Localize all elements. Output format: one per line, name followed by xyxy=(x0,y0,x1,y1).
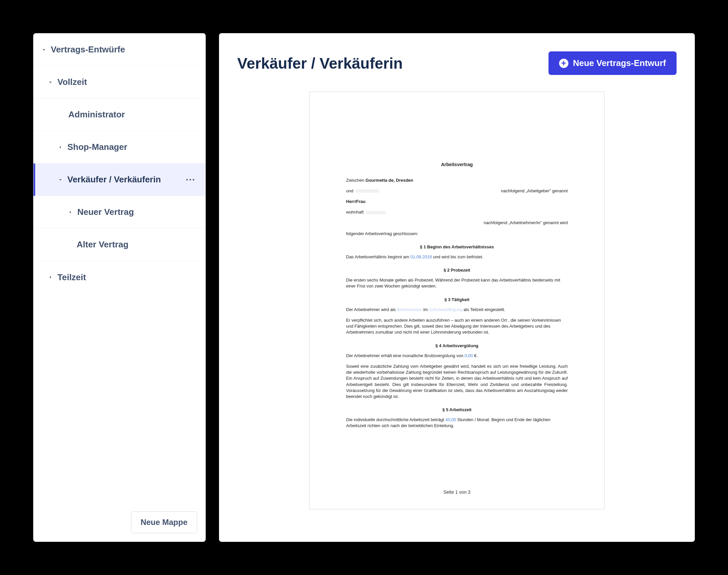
doc-section-1-heading: § 1 Beginn des Arbeitsverhältnisses xyxy=(346,244,568,250)
doc-line-herr-frau: Herr/Frau xyxy=(346,199,568,205)
new-folder-button[interactable]: Neue Mappe xyxy=(131,511,197,533)
tree-item-vollzeit[interactable]: Vollzeit xyxy=(33,66,205,99)
tree-item-neuer-vertrag[interactable]: Neuer Vertrag xyxy=(33,196,205,229)
button-label: Neue Vertrags-Entwurf xyxy=(573,58,666,68)
doc-section-3-text-1: Der Arbeitnehmer wird als Betriebsleiter… xyxy=(346,307,568,313)
sidebar: Vertrags-Entwürfe Vollzeit Administrator… xyxy=(33,33,206,542)
tree-item-shop-manager[interactable]: Shop-Manager xyxy=(33,131,205,164)
doc-section-4-text-1: Der Arbeitnehmer erhält eine monatliche … xyxy=(346,353,568,359)
tree-label: Administrator xyxy=(68,109,205,120)
tree-item-verkaeufer[interactable]: Verkäufer / Verkäuferin ··· xyxy=(33,164,205,196)
main-panel: Verkäufer / Verkäuferin + Neue Vertrags-… xyxy=(219,33,695,542)
chevron-right-icon xyxy=(47,274,54,281)
doc-line-wohnhaft: wohnhaft xyxy=(346,209,568,215)
sidebar-footer: Neue Mappe xyxy=(33,503,205,542)
doc-section-5-text: Die individuelle durchschnittliche Arbei… xyxy=(346,417,568,429)
doc-title: Arbeitsvertrag xyxy=(346,162,568,168)
tree-label: Neuer Vertrag xyxy=(77,207,205,217)
chevron-right-icon xyxy=(67,209,74,216)
more-icon[interactable]: ··· xyxy=(176,174,205,185)
chevron-down-icon xyxy=(57,176,64,183)
doc-section-4-heading: § 4 Arbeitsvergütung xyxy=(346,343,568,349)
tree-item-alter-vertrag[interactable]: Alter Vertrag xyxy=(33,229,205,261)
tree-label: Teilzeit xyxy=(57,272,205,282)
doc-page-number: Seite 1 von 3 xyxy=(310,489,604,496)
tree-item-administrator[interactable]: Administrator xyxy=(33,99,205,131)
doc-section-1-text: Das Arbeitsverhältnis beginnt am 01.09.2… xyxy=(346,254,568,260)
chevron-down-icon xyxy=(47,78,54,86)
tree-label: Vollzeit xyxy=(57,77,205,87)
doc-line-and: und nachfolgend „Arbeitgeber" genannt xyxy=(346,188,568,194)
page-title: Verkäufer / Verkäuferin xyxy=(237,55,403,72)
tree-label: Alter Vertrag xyxy=(77,239,205,250)
document-preview[interactable]: Arbeitsvertrag Zwischen Gourmetta de, Dr… xyxy=(309,92,605,509)
main-header: Verkäufer / Verkäuferin + Neue Vertrags-… xyxy=(237,52,676,75)
doc-line-employee-suffix: nachfolgend „Arbeitnehmer/in" genannt wi… xyxy=(346,220,568,226)
chevron-right-icon xyxy=(57,144,64,151)
doc-line-between: Zwischen Gourmetta de, Dresden xyxy=(346,177,568,183)
sidebar-tree: Vertrags-Entwürfe Vollzeit Administrator… xyxy=(33,33,205,503)
tree-item-teilzeit[interactable]: Teilzeit xyxy=(33,261,205,294)
doc-section-5-heading: § 5 Arbeitszeit xyxy=(346,407,568,413)
tree-label: Shop-Manager xyxy=(67,142,205,152)
tree-label: Vertrags-Entwürfe xyxy=(51,44,205,55)
doc-section-4-text-2: Soweit eine zusätzliche Zahlung vom Arbe… xyxy=(346,364,568,400)
tree-item-drafts-root[interactable]: Vertrags-Entwürfe xyxy=(33,33,205,66)
doc-section-2-heading: § 2 Probezeit xyxy=(346,267,568,273)
chevron-down-icon xyxy=(40,46,48,54)
plus-circle-icon: + xyxy=(559,59,568,68)
doc-section-3-text-2: Er verpflichtet sich, auch andere Arbeit… xyxy=(346,317,568,336)
tree-label: Verkäufer / Verkäuferin xyxy=(67,174,176,185)
doc-section-2-text: Die ersten sechs Monate gelten als Probe… xyxy=(346,277,568,289)
doc-section-3-heading: § 3 Tätigkeit xyxy=(346,297,568,303)
doc-line-closing: folgender Arbeitsvertrag geschlossen: xyxy=(346,231,568,237)
new-contract-draft-button[interactable]: + Neue Vertrags-Entwurf xyxy=(548,52,676,75)
